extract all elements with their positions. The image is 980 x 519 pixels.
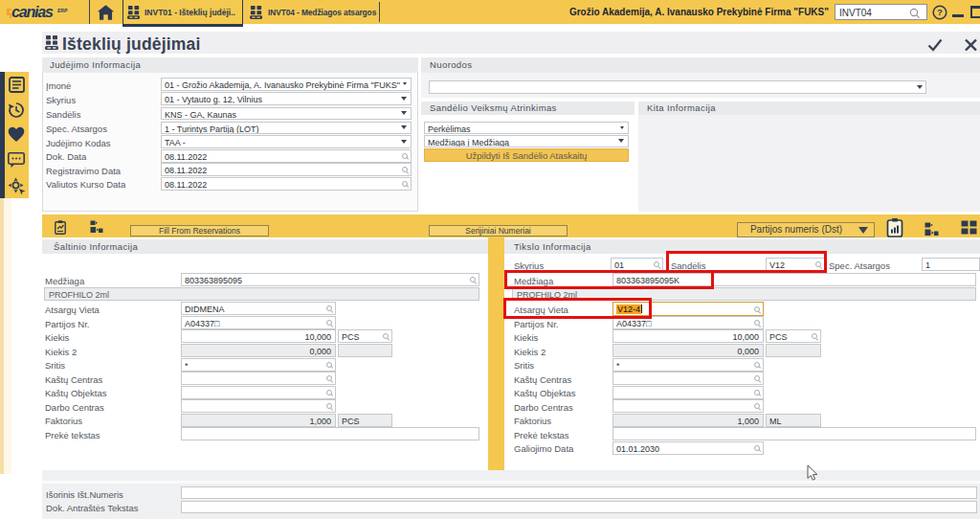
svg-text:?: ? [937,7,943,17]
